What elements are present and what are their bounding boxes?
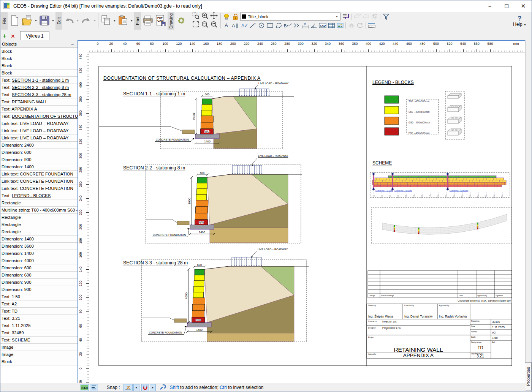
list-item[interactable]: Dimension: 900 [0, 279, 78, 286]
list-item[interactable]: Text: SCHEME [0, 337, 78, 344]
print-menu[interactable]: Print [134, 12, 141, 30]
list-item[interactable]: Block [0, 55, 78, 62]
filter-icon[interactable] [382, 13, 390, 21]
zoom-out-icon[interactable] [201, 21, 209, 30]
layer-visibility-bulb-icon[interactable] [222, 13, 231, 21]
list-item[interactable]: Link text: CONCRETE FOUNDATION [0, 171, 78, 178]
object-list-toggle[interactable] [90, 384, 98, 391]
leader-text-tool-icon[interactable]: A [239, 21, 248, 30]
list-item[interactable]: Link text: LIVE LOAD – ROADWAY [0, 134, 78, 142]
list-item[interactable]: Dimension: 1400 [0, 236, 78, 243]
list-item[interactable]: Text: SECTION 1-1 - stationing 1 m [0, 77, 78, 84]
list-item[interactable]: Link text: LIVE LOAD – ROADWAY [0, 127, 78, 134]
properties-tab[interactable]: Properties [525, 362, 532, 390]
redo-dropdown[interactable]: ▼ [93, 12, 97, 29]
measure-icon[interactable] [367, 21, 376, 30]
title-block[interactable]: ChangeName of changeDateApproved bySigna… [367, 270, 512, 359]
list-item[interactable]: Rectangle [0, 214, 78, 221]
drawing-area[interactable]: DOCUMENTATION OF STRUCTURAL CALCULATION … [89, 52, 525, 383]
polygon-tool-icon[interactable] [274, 21, 283, 30]
open-button[interactable] [21, 12, 34, 29]
snap-mode-button[interactable] [124, 384, 133, 391]
zoom-select-icon[interactable] [192, 12, 200, 21]
print-button[interactable] [141, 12, 154, 29]
list-item[interactable]: Dimension: 600 [0, 149, 78, 156]
section-2-drawing[interactable]: 90036006001400LIVE LOAD – ROADWAYCONCRET… [123, 155, 302, 243]
list-item[interactable]: Multiline string: T60 - 400x600mm S60 - … [0, 207, 78, 214]
list-item[interactable]: Rectangle [0, 199, 78, 207]
new-file-button[interactable] [8, 12, 21, 29]
layer-lock-icon[interactable] [231, 13, 239, 21]
table-tool-icon[interactable] [327, 21, 336, 30]
edit-menu[interactable]: Edit [55, 12, 62, 30]
list-item[interactable]: Text: APPENDIX A [0, 106, 78, 113]
list-item[interactable]: Text: TD [0, 308, 78, 315]
cad-mode-toggle[interactable]: CAD [80, 384, 89, 391]
list-item[interactable]: Block [0, 70, 78, 77]
list-item[interactable]: Text: RETAINING WALL [0, 98, 78, 106]
list-item[interactable]: Text: 1.11.2025 [0, 322, 78, 329]
mirror-icon[interactable] [347, 21, 356, 30]
magnet-snap-button[interactable] [141, 384, 149, 391]
copy-properties-icon[interactable] [353, 13, 361, 21]
wrench-settings-icon[interactable] [159, 384, 166, 391]
sheet-tab-vykres-1[interactable]: Výkres 1 [20, 31, 49, 40]
list-item[interactable]: Text: A2 [0, 300, 78, 308]
list-item[interactable]: Dimension: 1400 [0, 250, 78, 257]
circle-tool-icon[interactable] [257, 21, 266, 30]
help-button[interactable]: ? Help ▼ [508, 12, 532, 30]
drawing-canvas[interactable]: 0204060801001201401601802002202402602803… [78, 40, 526, 383]
list-item[interactable]: Link text: CONCRETE FOUNDATION [0, 185, 78, 192]
file-menu[interactable]: File [1, 12, 8, 30]
list-item[interactable]: Rectangle [0, 228, 78, 236]
image-tool-icon[interactable] [336, 21, 344, 30]
pdf-cad-export-button[interactable]: PDFCAD [154, 12, 167, 29]
close-button[interactable]: ✕ [515, 1, 532, 12]
list-item[interactable]: Text: 32489 [0, 329, 78, 337]
list-item[interactable]: Dimension: 900 [0, 156, 78, 163]
zoom-in-icon[interactable] [201, 12, 209, 21]
open-dropdown[interactable]: ▼ [34, 12, 38, 29]
section-3-drawing[interactable]: 90040006001400LIVE LOAD – ROADWAYCONCRET… [123, 248, 309, 342]
maximize-button[interactable]: ☐ [498, 1, 515, 12]
redo-button[interactable] [80, 12, 93, 29]
hatch-tool-icon[interactable] [292, 21, 301, 30]
pan-icon[interactable] [210, 12, 218, 21]
text-tool-icon[interactable]: A [222, 21, 231, 30]
layer-combo[interactable]: Title_block ▼ [240, 13, 340, 21]
dimension-tool-icon[interactable]: 11 [301, 21, 309, 30]
list-item[interactable]: Block [0, 358, 78, 365]
rotate-icon[interactable] [356, 21, 364, 30]
section-1-drawing[interactable]: 90024006001400LIVE LOAD – ROADWAYCONCRET… [99, 82, 294, 149]
list-item[interactable]: Link text: LIVE LOAD – ROADWAY [0, 120, 78, 127]
list-item[interactable]: Dimension: 600 [0, 264, 78, 272]
zoom-previous-icon[interactable] [210, 21, 218, 30]
layer-combo-arrow[interactable]: ▼ [334, 15, 339, 18]
collapse-panel-button[interactable]: – [69, 42, 76, 46]
line-tool-icon[interactable] [248, 21, 257, 30]
list-item[interactable]: Dimension: 3600 [0, 243, 78, 250]
move-to-layer-icon[interactable] [341, 13, 350, 21]
undo-button[interactable] [63, 12, 76, 29]
save-button[interactable] [38, 12, 51, 29]
list-item[interactable]: Block [0, 48, 78, 55]
apply-properties-icon[interactable] [361, 13, 370, 21]
cad-import-icon[interactable]: CAD [318, 21, 327, 30]
list-item[interactable]: Text: 3.21 [0, 315, 78, 322]
legend-blocks[interactable]: LEGEND - BLOCKST60 - 400x600mmS60 - 400x… [372, 80, 464, 140]
list-item[interactable]: Text: 1:50 [0, 293, 78, 300]
save-dropdown[interactable]: ▼ [51, 12, 55, 29]
list-item[interactable]: Image [0, 351, 78, 358]
magnet-snap-dropdown[interactable]: ▼ [150, 384, 156, 391]
zoom-window-icon[interactable] [192, 21, 200, 30]
list-item[interactable]: Dimension: 1400 [0, 163, 78, 171]
list-item[interactable]: Dimension: 900 [0, 286, 78, 293]
drawing-menu[interactable]: Drawing [168, 12, 174, 30]
scheme[interactable]: SCHEMESection No. 1 (1.00m)Section No. 2… [370, 160, 512, 244]
remove-sheet-button[interactable]: ✕ [9, 32, 17, 40]
rectangle-tool-icon[interactable] [266, 21, 274, 30]
list-item[interactable]: Dimension: 4000 [0, 257, 78, 264]
list-item[interactable]: Text: LEGEND - BLOCKS [0, 192, 78, 199]
list-item[interactable]: Link text: CONCRETE FOUNDATION [0, 178, 78, 185]
list-item[interactable]: Dimension: 600 [0, 272, 78, 279]
